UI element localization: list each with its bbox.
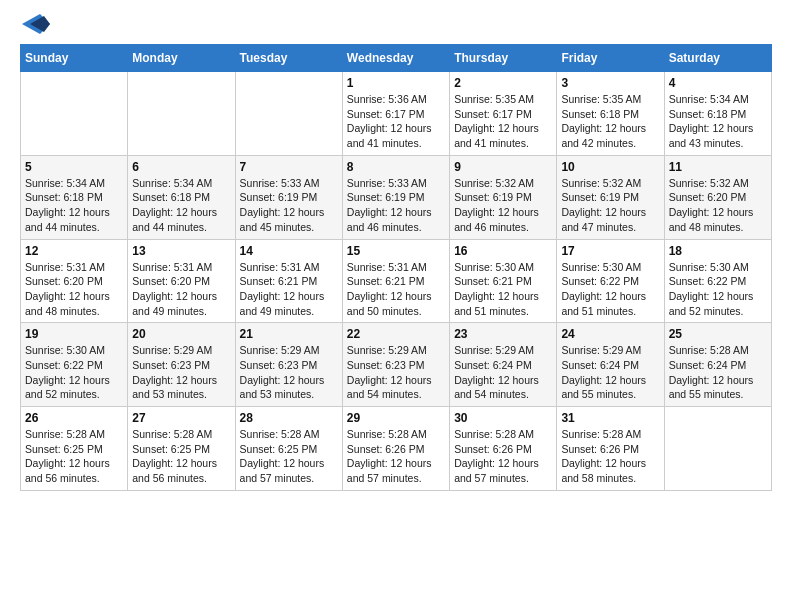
day-info: Sunrise: 5:31 AM Sunset: 6:21 PM Dayligh… <box>240 260 338 319</box>
header-row: SundayMondayTuesdayWednesdayThursdayFrid… <box>21 45 772 72</box>
day-info: Sunrise: 5:31 AM Sunset: 6:21 PM Dayligh… <box>347 260 445 319</box>
day-info: Sunrise: 5:30 AM Sunset: 6:22 PM Dayligh… <box>25 343 123 402</box>
day-info: Sunrise: 5:28 AM Sunset: 6:25 PM Dayligh… <box>132 427 230 486</box>
day-number: 5 <box>25 160 123 174</box>
day-info: Sunrise: 5:29 AM Sunset: 6:23 PM Dayligh… <box>240 343 338 402</box>
day-number: 2 <box>454 76 552 90</box>
day-number: 9 <box>454 160 552 174</box>
day-cell: 9Sunrise: 5:32 AM Sunset: 6:19 PM Daylig… <box>450 155 557 239</box>
week-row-3: 19Sunrise: 5:30 AM Sunset: 6:22 PM Dayli… <box>21 323 772 407</box>
day-number: 26 <box>25 411 123 425</box>
day-cell: 1Sunrise: 5:36 AM Sunset: 6:17 PM Daylig… <box>342 72 449 156</box>
day-number: 20 <box>132 327 230 341</box>
day-cell: 22Sunrise: 5:29 AM Sunset: 6:23 PM Dayli… <box>342 323 449 407</box>
day-number: 1 <box>347 76 445 90</box>
day-info: Sunrise: 5:36 AM Sunset: 6:17 PM Dayligh… <box>347 92 445 151</box>
calendar-header: SundayMondayTuesdayWednesdayThursdayFrid… <box>21 45 772 72</box>
day-number: 10 <box>561 160 659 174</box>
header-cell-wednesday: Wednesday <box>342 45 449 72</box>
header-cell-monday: Monday <box>128 45 235 72</box>
day-info: Sunrise: 5:28 AM Sunset: 6:24 PM Dayligh… <box>669 343 767 402</box>
day-cell: 27Sunrise: 5:28 AM Sunset: 6:25 PM Dayli… <box>128 407 235 491</box>
day-number: 29 <box>347 411 445 425</box>
day-info: Sunrise: 5:32 AM Sunset: 6:19 PM Dayligh… <box>454 176 552 235</box>
day-number: 18 <box>669 244 767 258</box>
day-cell: 18Sunrise: 5:30 AM Sunset: 6:22 PM Dayli… <box>664 239 771 323</box>
day-number: 28 <box>240 411 338 425</box>
day-cell: 26Sunrise: 5:28 AM Sunset: 6:25 PM Dayli… <box>21 407 128 491</box>
day-cell: 5Sunrise: 5:34 AM Sunset: 6:18 PM Daylig… <box>21 155 128 239</box>
day-number: 23 <box>454 327 552 341</box>
day-info: Sunrise: 5:28 AM Sunset: 6:26 PM Dayligh… <box>561 427 659 486</box>
day-info: Sunrise: 5:30 AM Sunset: 6:22 PM Dayligh… <box>669 260 767 319</box>
header-cell-saturday: Saturday <box>664 45 771 72</box>
day-cell: 12Sunrise: 5:31 AM Sunset: 6:20 PM Dayli… <box>21 239 128 323</box>
day-number: 22 <box>347 327 445 341</box>
day-cell: 29Sunrise: 5:28 AM Sunset: 6:26 PM Dayli… <box>342 407 449 491</box>
header <box>20 16 772 36</box>
day-cell: 7Sunrise: 5:33 AM Sunset: 6:19 PM Daylig… <box>235 155 342 239</box>
day-cell <box>21 72 128 156</box>
day-number: 4 <box>669 76 767 90</box>
day-cell: 14Sunrise: 5:31 AM Sunset: 6:21 PM Dayli… <box>235 239 342 323</box>
day-cell: 20Sunrise: 5:29 AM Sunset: 6:23 PM Dayli… <box>128 323 235 407</box>
day-cell: 19Sunrise: 5:30 AM Sunset: 6:22 PM Dayli… <box>21 323 128 407</box>
day-info: Sunrise: 5:34 AM Sunset: 6:18 PM Dayligh… <box>669 92 767 151</box>
day-number: 8 <box>347 160 445 174</box>
day-number: 25 <box>669 327 767 341</box>
day-info: Sunrise: 5:30 AM Sunset: 6:22 PM Dayligh… <box>561 260 659 319</box>
header-cell-friday: Friday <box>557 45 664 72</box>
day-info: Sunrise: 5:28 AM Sunset: 6:25 PM Dayligh… <box>240 427 338 486</box>
logo <box>20 16 50 36</box>
day-info: Sunrise: 5:28 AM Sunset: 6:26 PM Dayligh… <box>454 427 552 486</box>
day-number: 27 <box>132 411 230 425</box>
week-row-1: 5Sunrise: 5:34 AM Sunset: 6:18 PM Daylig… <box>21 155 772 239</box>
day-cell: 28Sunrise: 5:28 AM Sunset: 6:25 PM Dayli… <box>235 407 342 491</box>
day-info: Sunrise: 5:31 AM Sunset: 6:20 PM Dayligh… <box>132 260 230 319</box>
week-row-0: 1Sunrise: 5:36 AM Sunset: 6:17 PM Daylig… <box>21 72 772 156</box>
day-cell: 21Sunrise: 5:29 AM Sunset: 6:23 PM Dayli… <box>235 323 342 407</box>
day-cell: 6Sunrise: 5:34 AM Sunset: 6:18 PM Daylig… <box>128 155 235 239</box>
day-info: Sunrise: 5:31 AM Sunset: 6:20 PM Dayligh… <box>25 260 123 319</box>
day-info: Sunrise: 5:35 AM Sunset: 6:17 PM Dayligh… <box>454 92 552 151</box>
day-cell: 16Sunrise: 5:30 AM Sunset: 6:21 PM Dayli… <box>450 239 557 323</box>
day-info: Sunrise: 5:29 AM Sunset: 6:24 PM Dayligh… <box>561 343 659 402</box>
day-info: Sunrise: 5:30 AM Sunset: 6:21 PM Dayligh… <box>454 260 552 319</box>
day-number: 12 <box>25 244 123 258</box>
day-cell: 3Sunrise: 5:35 AM Sunset: 6:18 PM Daylig… <box>557 72 664 156</box>
day-cell: 2Sunrise: 5:35 AM Sunset: 6:17 PM Daylig… <box>450 72 557 156</box>
day-cell: 15Sunrise: 5:31 AM Sunset: 6:21 PM Dayli… <box>342 239 449 323</box>
day-number: 3 <box>561 76 659 90</box>
calendar-body: 1Sunrise: 5:36 AM Sunset: 6:17 PM Daylig… <box>21 72 772 491</box>
day-cell: 24Sunrise: 5:29 AM Sunset: 6:24 PM Dayli… <box>557 323 664 407</box>
day-number: 13 <box>132 244 230 258</box>
day-number: 7 <box>240 160 338 174</box>
day-info: Sunrise: 5:28 AM Sunset: 6:26 PM Dayligh… <box>347 427 445 486</box>
day-cell <box>128 72 235 156</box>
day-info: Sunrise: 5:32 AM Sunset: 6:19 PM Dayligh… <box>561 176 659 235</box>
day-info: Sunrise: 5:29 AM Sunset: 6:23 PM Dayligh… <box>347 343 445 402</box>
header-cell-tuesday: Tuesday <box>235 45 342 72</box>
day-info: Sunrise: 5:33 AM Sunset: 6:19 PM Dayligh… <box>347 176 445 235</box>
day-number: 6 <box>132 160 230 174</box>
day-cell <box>235 72 342 156</box>
day-number: 17 <box>561 244 659 258</box>
day-cell: 25Sunrise: 5:28 AM Sunset: 6:24 PM Dayli… <box>664 323 771 407</box>
day-number: 24 <box>561 327 659 341</box>
day-info: Sunrise: 5:34 AM Sunset: 6:18 PM Dayligh… <box>132 176 230 235</box>
day-info: Sunrise: 5:35 AM Sunset: 6:18 PM Dayligh… <box>561 92 659 151</box>
day-cell: 8Sunrise: 5:33 AM Sunset: 6:19 PM Daylig… <box>342 155 449 239</box>
day-info: Sunrise: 5:34 AM Sunset: 6:18 PM Dayligh… <box>25 176 123 235</box>
day-info: Sunrise: 5:28 AM Sunset: 6:25 PM Dayligh… <box>25 427 123 486</box>
day-cell: 23Sunrise: 5:29 AM Sunset: 6:24 PM Dayli… <box>450 323 557 407</box>
day-info: Sunrise: 5:29 AM Sunset: 6:24 PM Dayligh… <box>454 343 552 402</box>
day-cell: 31Sunrise: 5:28 AM Sunset: 6:26 PM Dayli… <box>557 407 664 491</box>
day-cell: 10Sunrise: 5:32 AM Sunset: 6:19 PM Dayli… <box>557 155 664 239</box>
day-cell <box>664 407 771 491</box>
day-number: 14 <box>240 244 338 258</box>
day-cell: 17Sunrise: 5:30 AM Sunset: 6:22 PM Dayli… <box>557 239 664 323</box>
day-cell: 4Sunrise: 5:34 AM Sunset: 6:18 PM Daylig… <box>664 72 771 156</box>
week-row-4: 26Sunrise: 5:28 AM Sunset: 6:25 PM Dayli… <box>21 407 772 491</box>
day-cell: 30Sunrise: 5:28 AM Sunset: 6:26 PM Dayli… <box>450 407 557 491</box>
day-info: Sunrise: 5:32 AM Sunset: 6:20 PM Dayligh… <box>669 176 767 235</box>
